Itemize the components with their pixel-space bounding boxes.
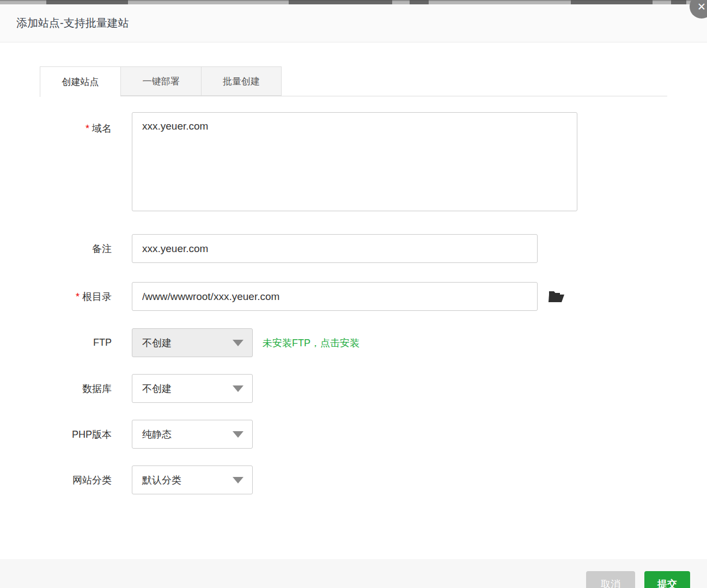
tab-label: 批量创建 — [223, 75, 260, 88]
note-label: 备注 — [40, 242, 112, 255]
tab-one-click-deploy[interactable]: 一键部署 — [120, 66, 201, 96]
note-label-text: 备注 — [92, 243, 112, 254]
form-row-note: 备注 — [40, 234, 667, 263]
form-row-ftp: FTP 不创建 未安装FTP，点击安装 — [40, 328, 667, 357]
background-page-strip — [0, 0, 707, 4]
php-version-label-text: PHP版本 — [72, 429, 112, 440]
site-category-select[interactable]: 默认分类 — [132, 465, 253, 494]
background-text-fragment — [410, 0, 429, 4]
database-label-text: 数据库 — [82, 383, 112, 394]
ftp-select[interactable]: 不创建 — [132, 328, 253, 357]
open-folder-icon — [548, 290, 565, 303]
domain-label-text: 域名 — [92, 123, 112, 134]
background-text-fragment — [46, 0, 106, 4]
chevron-down-icon — [233, 477, 243, 483]
chevron-down-icon — [233, 340, 243, 346]
background-text-fragment — [289, 0, 392, 4]
modal-body: 创建站点 一键部署 批量创建 *域名 xxx.yeuer.com 备注 *根目录 — [0, 66, 707, 559]
php-version-label: PHP版本 — [40, 428, 112, 441]
folder-picker-button[interactable] — [548, 289, 565, 305]
domain-textarea[interactable]: xxx.yeuer.com — [132, 112, 577, 211]
page-title: 添加站点-支持批量建站 — [16, 16, 129, 30]
modal-footer: 取消 提交 — [0, 559, 707, 588]
form-row-domain: *域名 xxx.yeuer.com — [40, 112, 667, 211]
form-row-php-version: PHP版本 纯静态 — [40, 420, 667, 449]
site-category-label-text: 网站分类 — [72, 475, 112, 486]
php-version-select[interactable]: 纯静态 — [132, 420, 253, 449]
root-dir-label-text: 根目录 — [82, 291, 112, 302]
php-version-select-value: 纯静态 — [142, 428, 172, 441]
tab-create-site[interactable]: 创建站点 — [40, 66, 120, 97]
cancel-button[interactable]: 取消 — [586, 571, 635, 588]
ftp-label: FTP — [40, 337, 112, 348]
database-label: 数据库 — [40, 382, 112, 395]
tab-batch-create[interactable]: 批量创建 — [201, 66, 282, 96]
required-asterisk: * — [86, 123, 89, 134]
form-row-site-category: 网站分类 默认分类 — [40, 465, 667, 494]
note-input[interactable] — [132, 234, 538, 263]
close-icon-glyph: ✕ — [697, 1, 706, 13]
tab-bar: 创建站点 一键部署 批量创建 — [40, 66, 667, 96]
root-dir-label: *根目录 — [40, 290, 112, 303]
required-asterisk: * — [76, 291, 80, 302]
submit-button[interactable]: 提交 — [644, 571, 690, 588]
database-select-value: 不创建 — [142, 382, 172, 395]
background-text-fragment — [106, 0, 128, 4]
root-dir-input[interactable] — [132, 282, 538, 311]
ftp-label-text: FTP — [93, 337, 112, 348]
chevron-down-icon — [233, 431, 243, 438]
tab-label: 创建站点 — [62, 76, 99, 88]
background-text-fragment — [571, 0, 653, 4]
domain-label: *域名 — [40, 112, 112, 135]
chevron-down-icon — [233, 385, 243, 392]
database-select[interactable]: 不创建 — [132, 374, 253, 403]
tab-label: 一键部署 — [143, 75, 180, 88]
ftp-select-value: 不创建 — [142, 336, 172, 350]
form-row-root-dir: *根目录 — [40, 282, 667, 311]
form-row-database: 数据库 不创建 — [40, 374, 667, 403]
background-text-fragment — [671, 0, 686, 4]
site-category-label: 网站分类 — [40, 474, 112, 487]
ftp-install-link[interactable]: 未安装FTP，点击安装 — [263, 336, 359, 350]
site-category-select-value: 默认分类 — [142, 474, 181, 487]
modal-header: 添加站点-支持批量建站 — [0, 4, 707, 42]
